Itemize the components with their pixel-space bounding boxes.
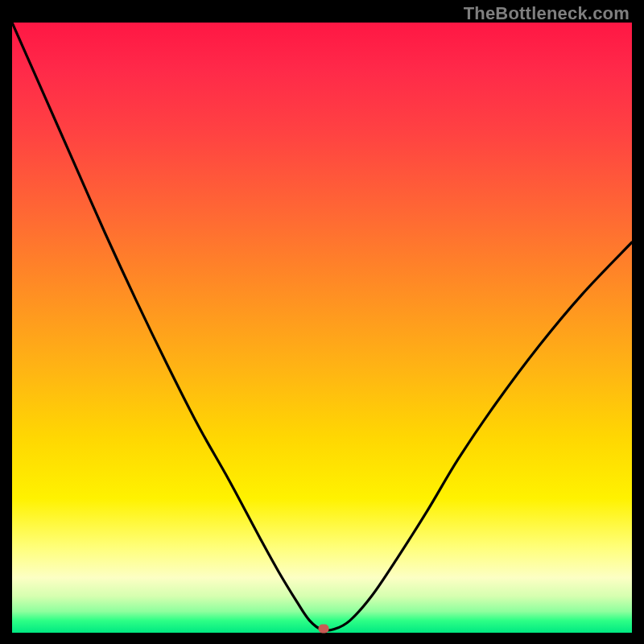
plot-area xyxy=(12,23,632,633)
bottleneck-curve xyxy=(12,23,632,633)
curve-path xyxy=(12,23,632,630)
watermark-text: TheBottleneck.com xyxy=(464,3,630,24)
optimal-point-marker xyxy=(319,624,329,633)
chart-frame: TheBottleneck.com xyxy=(0,0,644,644)
